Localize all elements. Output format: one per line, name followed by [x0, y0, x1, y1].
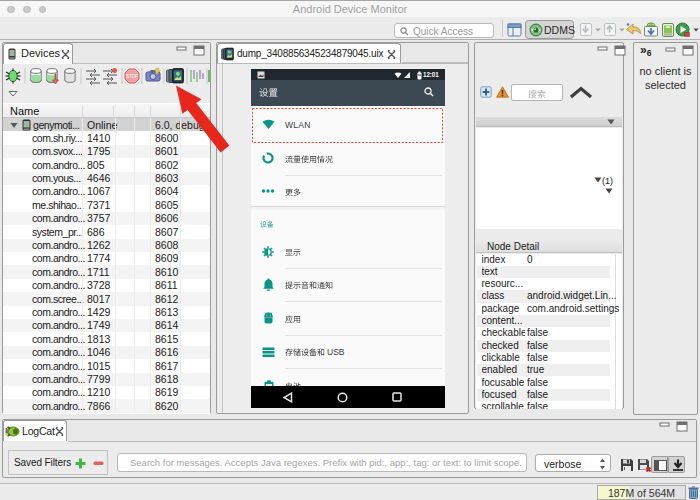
svg-text:STOP: STOP	[126, 74, 138, 79]
